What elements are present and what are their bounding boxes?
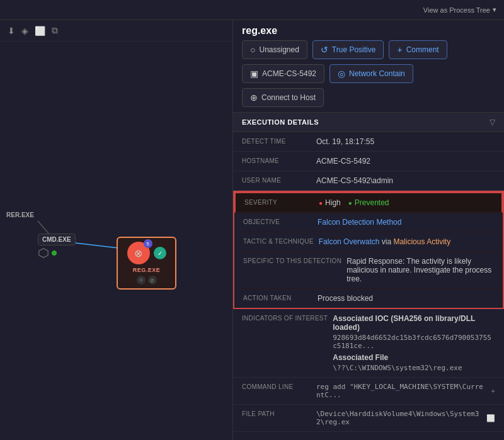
true-positive-label: True Positive (332, 45, 376, 54)
command-line-copy-icon[interactable]: + (491, 387, 495, 395)
command-line-row: COMMAND LINE reg add "HKEY_LOCAL_MACHINE… (233, 378, 504, 405)
comment-label: Comment (406, 45, 439, 54)
acme-icon: ▣ (250, 69, 258, 79)
section-header[interactable]: Execution Details ▽ (233, 113, 504, 132)
file-path-label: FILE PATH (242, 410, 311, 417)
indicators-value: Associated IOC (SHA256 on library/DLL lo… (333, 314, 495, 372)
action-taken-row: ACTION TAKEN Process blocked (234, 289, 503, 308)
reg-main-icon: ⊗ 5 (127, 242, 150, 264)
severity-high-text: High (325, 198, 341, 207)
svg-marker-2 (39, 249, 48, 257)
acme-label: ACME-CS-5492 (262, 69, 316, 78)
fullscreen-icon[interactable]: ⧉ (52, 25, 58, 36)
acme-button[interactable]: ▣ ACME-CS-5492 (242, 64, 324, 83)
objective-value: Falcon Detection Method (318, 218, 494, 227)
rer-label: RER.EXE (6, 212, 34, 218)
severity-high: ● High ● Prevented (319, 198, 493, 207)
action-buttons-row3: ⊕ Connect to Host (242, 88, 495, 107)
prevented-text: Prevented (355, 198, 389, 207)
comment-button[interactable]: + Comment (389, 40, 447, 59)
file-path-text: \Device\HarddiskVolume4\Windows\System32… (316, 410, 481, 426)
objective-link[interactable]: Falcon Detection Method (318, 218, 401, 227)
cmd-node[interactable]: CMD.EXE (38, 234, 76, 259)
indicators-file-bold: Associated File (333, 353, 495, 362)
network-contain-icon: ◎ (338, 69, 345, 79)
severity-row: SEVERITY ● High ● Prevented (234, 192, 503, 213)
process-canvas: RER.EXE CMD.EXE ⊗ (0, 42, 232, 436)
reg-green-shield: ✓ (154, 247, 166, 259)
reg-node[interactable]: ⊗ 5 ✓ REG.EXE ⊙ @ (117, 237, 176, 290)
indicators-label: INDICATORS OF INTEREST (242, 314, 328, 322)
indicators-row: INDICATORS OF INTEREST Associated IOC (S… (233, 309, 504, 378)
view-process-tree-link[interactable]: View as Process Tree ▾ (423, 6, 496, 14)
rer-node[interactable]: RER.EXE (6, 212, 34, 218)
details-section: Execution Details ▽ DETECT TIME Oct. 19,… (233, 113, 504, 440)
cmd-label: CMD.EXE (42, 236, 71, 243)
section-header-title: Execution Details (242, 118, 319, 126)
cmd-icon-row (38, 247, 76, 259)
reg-sub-icon-2: @ (148, 276, 157, 285)
true-positive-icon: ↺ (321, 45, 328, 55)
main-layout: ⬇ ◈ ⬜ ⧉ RER.EXE CMD.EXE (0, 20, 504, 440)
true-positive-button[interactable]: ↺ True Positive (312, 40, 384, 59)
comment-icon: + (397, 45, 402, 55)
specific-row: SPECIFIC TO THIS DETECTION Rapid Respons… (234, 252, 503, 289)
layers-icon[interactable]: ◈ (21, 26, 28, 36)
cmd-box: CMD.EXE (38, 234, 76, 245)
username-row: USER NAME ACME-CS-5492\admin (233, 171, 504, 191)
indicators-file-path: \??\C:\WINDOWS\system32\reg.exe (333, 364, 495, 372)
tactic-row: TACTIC & TECHNIQUE Falcon Overwatch via … (234, 232, 503, 252)
left-panel: ⬇ ◈ ⬜ ⧉ RER.EXE CMD.EXE (0, 20, 233, 440)
unassigned-icon: ○ (250, 45, 255, 55)
section-chevron-icon: ▽ (490, 118, 495, 127)
hex-icon (38, 247, 49, 259)
reg-badge: 5 (144, 239, 152, 248)
tactic-link2[interactable]: Malicious Activity (393, 237, 450, 246)
connect-icon: ⊕ (250, 93, 258, 103)
severity-value: ● High ● Prevented (319, 198, 493, 207)
network-contain-button[interactable]: ◎ Network Contain (329, 64, 413, 83)
reg-sub-icons: ⊙ @ (137, 276, 157, 285)
right-panel: reg.exe ○ Unassigned ↺ True Positive + C… (233, 20, 504, 440)
action-taken-value: Process blocked (318, 294, 494, 303)
red-bordered-section: SEVERITY ● High ● Prevented OBJECTIVE (233, 191, 504, 309)
green-dot-icon: ● (348, 200, 352, 206)
file-path-value: \Device\HarddiskVolume4\Windows\System32… (316, 410, 495, 426)
detect-time-label: DETECT TIME (242, 137, 311, 145)
red-dot-icon: ● (319, 200, 323, 206)
detect-time-value: Oct. 19, 18:17:55 (316, 137, 495, 146)
expand-icon[interactable]: ⬜ (35, 26, 45, 36)
detect-time-row: DETECT TIME Oct. 19, 18:17:55 (233, 132, 504, 152)
connect-to-host-button[interactable]: ⊕ Connect to Host (242, 88, 324, 107)
chevron-down-icon: ▾ (493, 6, 496, 14)
tactic-value: Falcon Overwatch via Malicious Activity (319, 237, 494, 246)
connect-label: Connect to Host (261, 93, 316, 102)
unassigned-label: Unassigned (259, 45, 299, 54)
page-title: reg.exe (242, 25, 495, 37)
action-buttons-row1: ○ Unassigned ↺ True Positive + Comment (242, 40, 495, 59)
file-path-row: FILE PATH \Device\HarddiskVolume4\Window… (233, 405, 504, 432)
objective-label: OBJECTIVE (243, 218, 312, 225)
reg-icons-row: ⊗ 5 ✓ (127, 242, 166, 264)
view-process-tree-label: View as Process Tree (423, 6, 490, 14)
tactic-link1[interactable]: Falcon Overwatch (319, 237, 380, 246)
reg-label: REG.EXE (133, 267, 161, 273)
hostname-value: ACME-CS-5492 (316, 157, 495, 166)
username-label: USER NAME (242, 176, 311, 184)
hostname-row: HOSTNAME ACME-CS-5492 (233, 152, 504, 171)
status-dot-green (52, 251, 57, 256)
reg-node-box: ⊗ 5 ✓ REG.EXE ⊙ @ (117, 237, 176, 290)
indicators-hash: 928693d84d6652dc15b3fcdc6576d790053755c5… (333, 334, 495, 350)
download-icon[interactable]: ⬇ (8, 26, 15, 36)
indicators-ioc-bold: Associated IOC (SHA256 on library/DLL lo… (333, 314, 495, 332)
hostname-label: HOSTNAME (242, 157, 311, 164)
objective-row: OBJECTIVE Falcon Detection Method (234, 213, 503, 232)
specific-label: SPECIFIC TO THIS DETECTION (243, 257, 341, 264)
tactic-via: via (382, 237, 394, 246)
command-line-label: COMMAND LINE (242, 383, 311, 390)
unassigned-button[interactable]: ○ Unassigned (242, 40, 307, 59)
top-bar: View as Process Tree ▾ (0, 0, 504, 20)
command-line-value: reg add "HKEY_LOCAL_MACHINE\SYSTEM\Curre… (316, 383, 495, 399)
file-path-copy-icon[interactable]: ⬜ (486, 414, 495, 422)
severity-label: SEVERITY (244, 198, 314, 206)
